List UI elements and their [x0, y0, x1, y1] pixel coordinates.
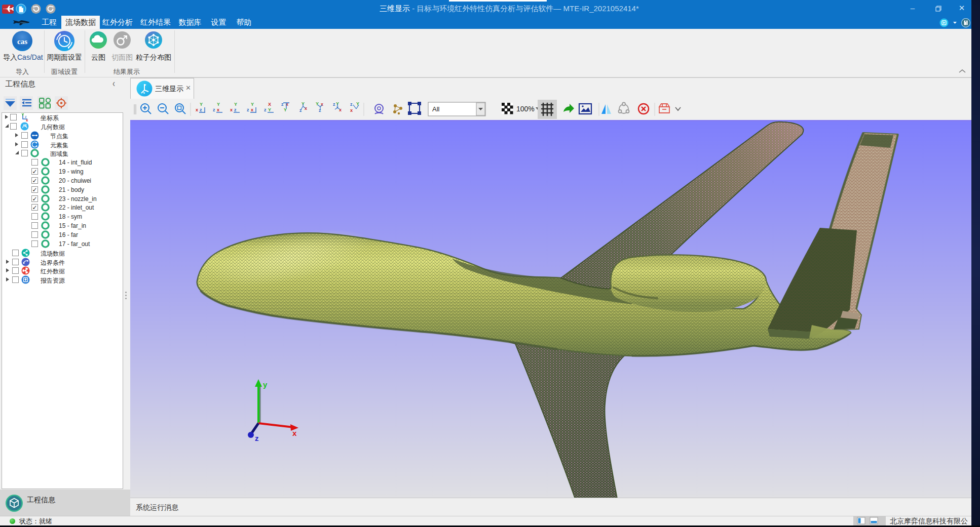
svg-text:z: z	[247, 107, 249, 112]
svg-text:Y: Y	[268, 107, 271, 112]
svg-text:Y: Y	[356, 101, 359, 106]
svg-text:z: z	[255, 434, 259, 442]
svg-text:x: x	[217, 107, 219, 112]
svg-text:z: z	[264, 107, 267, 112]
svg-text:x: x	[350, 108, 353, 113]
svg-text:x: x	[251, 107, 253, 112]
svg-text:x: x	[292, 429, 297, 437]
svg-text:cas: cas	[17, 37, 27, 46]
svg-text:z: z	[234, 107, 237, 112]
svg-text:100%: 100%	[516, 105, 535, 113]
svg-text:x: x	[339, 107, 342, 112]
svg-text:x: x	[305, 106, 307, 111]
svg-text:Y: Y	[217, 102, 220, 107]
svg-text:z: z	[213, 107, 215, 112]
svg-text:Y: Y	[234, 102, 237, 107]
svg-text:All: All	[432, 105, 440, 113]
svg-text:x: x	[26, 118, 28, 122]
svg-text:z: z	[333, 102, 335, 107]
svg-text:Y: Y	[200, 102, 203, 107]
svg-text:x: x	[230, 107, 233, 112]
svg-text:y: y	[263, 380, 268, 389]
svg-text:z: z	[350, 102, 353, 107]
svg-text:z: z	[200, 107, 202, 112]
svg-text:x: x	[196, 107, 198, 112]
svg-text:X: X	[268, 102, 271, 107]
svg-text:Y: Y	[251, 102, 254, 107]
